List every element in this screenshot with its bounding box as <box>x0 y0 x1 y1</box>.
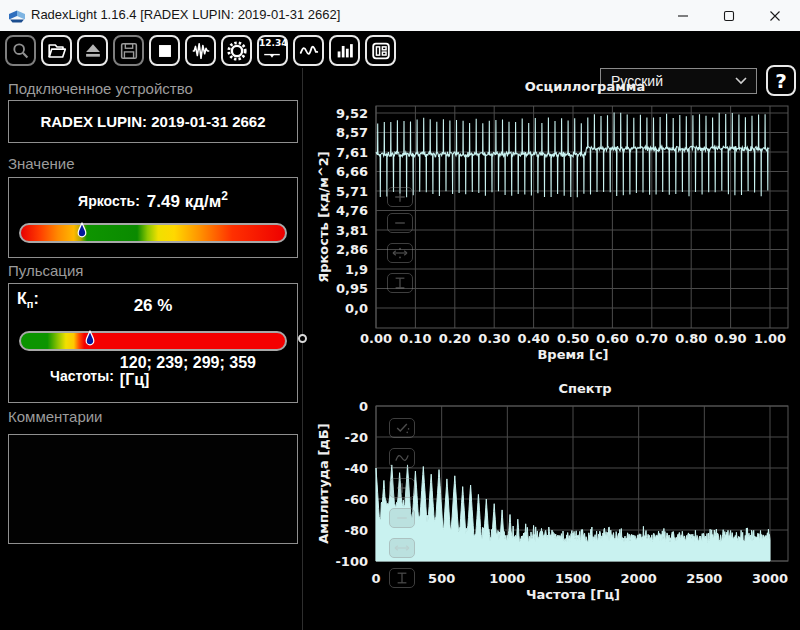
line-chart-icon <box>298 40 320 62</box>
left-panel: Подключенное устройство RADEX LUPIN: 201… <box>0 68 302 630</box>
minus-icon <box>389 216 411 230</box>
spectrum-plot: -100-80-60-40-20005001000150020002500300… <box>306 378 800 630</box>
y-tick-label: 3,81 <box>336 223 368 238</box>
y-tick-label: -80 <box>345 523 369 538</box>
close-button[interactable] <box>752 0 797 31</box>
settings-button[interactable] <box>221 35 252 66</box>
apply-button[interactable] <box>389 418 415 438</box>
pulsation-box: Кп: 26 % Частоты: 120; 239; 299; 359 [Гц… <box>8 283 298 403</box>
oscillogram-series <box>376 113 769 198</box>
x-tick-label: 1000 <box>489 571 525 586</box>
bar-chart-icon <box>334 40 356 62</box>
spec-zoom-in-button[interactable] <box>389 478 415 498</box>
y-tick-label: 9,52 <box>336 106 368 121</box>
live-signal-button[interactable] <box>185 35 216 66</box>
y-tick-label: 0 <box>359 399 368 414</box>
x-tick-label: 500 <box>428 571 455 586</box>
y-tick-label: 8,57 <box>336 125 368 140</box>
x-tick-label: 2500 <box>686 571 722 586</box>
y-tick-label: 6,66 <box>336 164 368 179</box>
fit-arrows-icon <box>389 246 411 260</box>
x-tick-label: 0.00 <box>360 331 392 346</box>
value-section-header: Значение <box>8 155 75 172</box>
window-title: RadexLight 1.16.4 [RADEX LUPIN: 2019-01-… <box>31 7 340 22</box>
eject-icon <box>82 40 104 62</box>
chart-grid <box>376 406 788 561</box>
gear-icon <box>226 40 248 62</box>
layout-icon <box>370 40 392 62</box>
x-tick-label: 0.90 <box>715 331 747 346</box>
spec-fit-vertical-button[interactable] <box>389 568 415 588</box>
y-tick-label: -60 <box>345 492 369 507</box>
check-icon <box>391 421 413 435</box>
oscillogram-view-button[interactable] <box>293 35 324 66</box>
comments-input[interactable] <box>8 434 298 544</box>
x-tick-label: 3000 <box>752 571 788 586</box>
spectrum-chart: -100-80-60-40-20005001000150020002500300… <box>306 378 800 630</box>
kp-value: 26 % <box>9 296 297 316</box>
y-tick-label: 5,71 <box>336 184 368 199</box>
y-tick-label: 2,86 <box>336 242 368 257</box>
chart-title: Осциллограмма <box>525 79 645 94</box>
x-tick-label: 0.30 <box>478 331 510 346</box>
smooth-button[interactable] <box>389 448 415 468</box>
chart-grid <box>376 106 788 328</box>
x-tick-label: 0 <box>371 571 380 586</box>
maximize-icon <box>720 7 738 25</box>
minus-icon <box>391 511 413 525</box>
y-axis-label: Амплитуда [дБ] <box>316 423 331 543</box>
y-tick-label: 1,9 <box>345 262 368 277</box>
pulsation-marker-icon <box>85 330 95 347</box>
x-tick-label: 0.20 <box>439 331 471 346</box>
value-box: Яркость: 7.49 кд/м2 <box>8 177 298 258</box>
zoom-search-button[interactable] <box>5 35 36 66</box>
numeric-display-button[interactable]: 12.34 <box>257 35 288 66</box>
y-tick-label: -100 <box>335 554 368 569</box>
chart-labels: -100-80-60-40-20005001000150020002500300… <box>316 381 788 602</box>
open-file-button[interactable] <box>41 35 72 66</box>
open-folder-icon <box>46 40 68 62</box>
minimize-icon <box>674 7 692 25</box>
zoom-out-button[interactable] <box>387 213 413 233</box>
spectrum-series <box>376 465 770 561</box>
toolbar: 12.34 Русский ? <box>0 31 800 68</box>
waveform-icon <box>190 40 212 62</box>
brightness-reading: Яркость: 7.49 кд/м2 <box>9 186 297 209</box>
x-axis-label: Частота [Гц] <box>526 587 620 602</box>
spectrum-view-button[interactable] <box>329 35 360 66</box>
device-name: RADEX LUPIN: 2019-01-31 2662 <box>9 101 297 142</box>
stop-icon <box>154 40 176 62</box>
save-floppy-icon <box>118 40 140 62</box>
minimize-button[interactable] <box>660 0 705 31</box>
maximize-button[interactable] <box>706 0 751 31</box>
numeric-display-icon <box>261 39 283 61</box>
y-tick-label: -20 <box>345 430 369 445</box>
stop-measurement-button[interactable] <box>149 35 180 66</box>
oscillogram-plot: 0,00,951,92,863,814,765,716,667,618,579,… <box>306 72 800 374</box>
device-section-header: Подключенное устройство <box>8 80 193 97</box>
frequencies-value: 120; 239; 299; 359 [Гц] <box>120 354 256 388</box>
y-tick-label: 0,95 <box>336 281 368 296</box>
chart-title: Спектр <box>558 381 611 396</box>
x-tick-label: 1.00 <box>754 331 786 346</box>
plus-icon <box>389 190 411 204</box>
fit-horizontal-button[interactable] <box>387 243 413 263</box>
eject-device-button[interactable] <box>77 35 108 66</box>
layout-view-button[interactable] <box>365 35 396 66</box>
y-tick-label: 0,0 <box>345 301 368 316</box>
zoom-in-button[interactable] <box>387 187 413 207</box>
x-tick-label: 2000 <box>621 571 657 586</box>
spec-fit-horizontal-button[interactable] <box>389 538 415 558</box>
pulsation-scale-bar <box>19 331 287 351</box>
panel-splitter <box>302 68 303 630</box>
save-file-button[interactable] <box>113 35 144 66</box>
x-tick-label: 0.10 <box>399 331 431 346</box>
frequencies-label: Частоты: <box>50 368 114 388</box>
brightness-label: Яркость: <box>78 193 140 209</box>
fit-vertical-button[interactable] <box>387 273 413 293</box>
y-tick-label: 7,61 <box>336 145 368 160</box>
title-bar: RadexLight 1.16.4 [RADEX LUPIN: 2019-01-… <box>0 0 800 31</box>
fit-arrows-icon <box>391 541 413 555</box>
x-tick-label: 0.80 <box>675 331 707 346</box>
spec-zoom-out-button[interactable] <box>389 508 415 528</box>
